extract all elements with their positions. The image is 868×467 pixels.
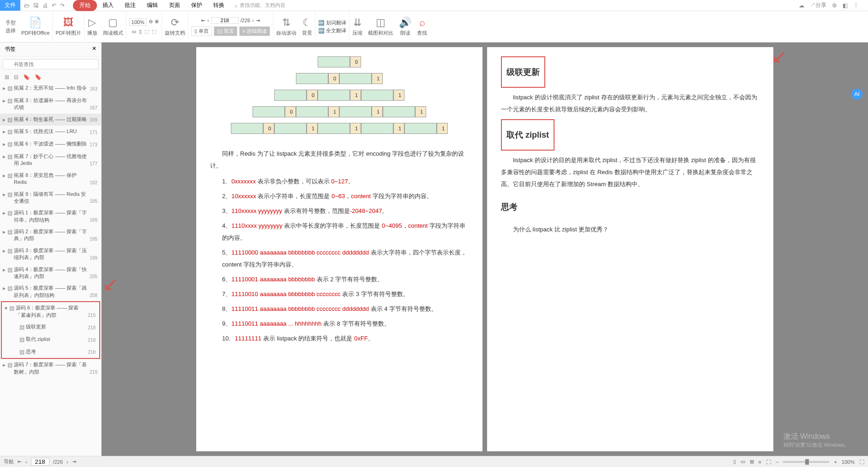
skin-icon[interactable]: ◧ bbox=[843, 2, 848, 9]
compress-group[interactable]: ⇊ 压缩 bbox=[350, 11, 365, 42]
sb-prev-icon[interactable]: ‹ bbox=[25, 459, 27, 465]
close-icon[interactable]: ✕ bbox=[92, 45, 96, 53]
document-viewport[interactable]: ↙ 001011011101111 同样，Redis 为了让 listpack … bbox=[102, 42, 868, 456]
redo-icon[interactable]: ↷ bbox=[60, 2, 65, 9]
bookmark-item[interactable]: ▤取代 ziplist218 bbox=[2, 334, 99, 346]
speaker-icon: 🔊 bbox=[399, 17, 411, 29]
find-group[interactable]: ⌕ 查找 bbox=[414, 11, 430, 42]
float-assistant-icon[interactable]: AI bbox=[851, 89, 862, 100]
read-mode-group[interactable]: ▢ 阅读模式 bbox=[100, 11, 127, 42]
sb-zoomin-icon[interactable]: + bbox=[834, 459, 837, 465]
hand-tool[interactable]: 手型 选择 bbox=[3, 11, 18, 42]
tab-start[interactable]: 开始 bbox=[73, 0, 97, 11]
cloud-icon[interactable]: ☁ bbox=[799, 2, 804, 9]
sb-first-icon[interactable]: ⇤ bbox=[18, 459, 22, 465]
screenshot-group[interactable]: ◫ 截图和对比 bbox=[365, 11, 396, 42]
sb-last-icon[interactable]: ⇥ bbox=[72, 459, 76, 465]
autoscroll-group[interactable]: ⇅ 自动滚动 bbox=[273, 11, 299, 42]
sb-view2-icon[interactable]: ▭ bbox=[741, 459, 745, 465]
tab-convert[interactable]: 转换 bbox=[208, 0, 230, 11]
bookmark-item[interactable]: ▸▤拓展 6：平波缓进 —— 懒惰删除173 bbox=[0, 138, 101, 151]
play-group[interactable]: ▷ 播放 bbox=[84, 11, 100, 42]
tab-insert[interactable]: 插入 bbox=[97, 0, 119, 11]
bookmark-item[interactable]: ▸▤源码 4：极度深寒 —— 探索「快速列表」内部205 bbox=[0, 264, 101, 283]
save-icon[interactable]: 🖫 bbox=[33, 2, 39, 9]
tab-protect[interactable]: 保护 bbox=[186, 0, 208, 11]
file-menu[interactable]: 文件 bbox=[0, 0, 20, 11]
sb-page-input[interactable] bbox=[31, 458, 49, 466]
rotate-icon: ⟳ bbox=[171, 17, 179, 29]
bookmark-item[interactable]: ▸▤源码 1：极度深寒 —— 探索「字符串」内部结构189 bbox=[0, 207, 101, 226]
marquee-zoom-icon[interactable]: ⬚ bbox=[152, 29, 157, 35]
bookmark-item[interactable]: ▸▤源码 5：极度深寒 —— 探索「跳跃列表」内部结构208 bbox=[0, 282, 101, 301]
prev-page-icon[interactable]: ‹ bbox=[207, 18, 209, 23]
undo-icon[interactable]: ↶ bbox=[52, 2, 56, 9]
search-box[interactable]: 查找功能、文档内容 bbox=[235, 2, 285, 9]
single-page-btn[interactable]: ▯ 单页 bbox=[191, 26, 212, 36]
sb-view4-icon[interactable]: ≡ bbox=[759, 459, 761, 465]
bookmark-item[interactable]: ▸▤源码 3：极度深寒 —— 探索「压缩列表」内部199 bbox=[0, 245, 101, 264]
main-area: 书签 ✕ ⊞ ⊟ 🔖 🔖 ▸▤拓展 2：无所不知 —— Info 指令163▸▤… bbox=[0, 42, 868, 456]
read-aloud-group[interactable]: 🔊 朗读 bbox=[396, 11, 414, 42]
bookmark-item[interactable]: ▸▤拓展 4：朝生暮死 —— 过期策略169 bbox=[0, 114, 101, 126]
bookmark-item[interactable]: ▸▤拓展 5：优胜劣汰 —— LRU171 bbox=[0, 126, 101, 138]
expand-all-icon[interactable]: ⊞ bbox=[5, 74, 9, 80]
bookmark-search-input[interactable] bbox=[3, 59, 98, 69]
sb-zoomout-icon[interactable]: − bbox=[776, 459, 778, 465]
bookmark-list[interactable]: ▸▤拓展 2：无所不知 —— Info 指令163▸▤拓展 3：拾遗漏补 —— … bbox=[0, 82, 101, 456]
pdf-to-image[interactable]: 🖼 PDF转图片 bbox=[53, 11, 84, 42]
bookmark-options-icon[interactable]: 🔖 bbox=[35, 74, 42, 80]
annotation-arrow-right: ↙ bbox=[772, 42, 787, 75]
first-page-icon[interactable]: ⇤ bbox=[201, 18, 205, 24]
actual-size-icon[interactable]: ⬚ bbox=[145, 29, 149, 35]
last-page-icon[interactable]: ⇥ bbox=[256, 18, 260, 24]
collapse-all-icon[interactable]: ⊟ bbox=[14, 74, 18, 80]
sb-view3-icon[interactable]: ⊞ bbox=[750, 459, 754, 465]
background-group[interactable]: ☾ 背景 bbox=[299, 11, 315, 42]
open-icon[interactable]: 🗁 bbox=[24, 2, 30, 9]
zoom-in-icon[interactable]: ⊕ bbox=[155, 18, 159, 26]
tab-edit[interactable]: 编辑 bbox=[141, 0, 163, 11]
tab-annotate[interactable]: 批注 bbox=[119, 0, 141, 11]
tab-page[interactable]: 页面 bbox=[163, 0, 186, 11]
sb-fullscreen-icon[interactable]: ⛶ bbox=[859, 459, 864, 465]
bookmark-item[interactable]: ▸▤源码 2：极度深寒 —— 探索「字典」内部195 bbox=[0, 226, 101, 245]
bookmark-item[interactable]: ▸▤拓展 2：无所不知 —— Info 指令163 bbox=[0, 82, 101, 95]
sb-next-icon[interactable]: › bbox=[66, 459, 68, 465]
zoom-out-icon[interactable]: ⊖ bbox=[149, 18, 153, 26]
fit-width-icon[interactable]: ▭ bbox=[132, 29, 136, 35]
bookmark-item[interactable]: ▤思考218 bbox=[2, 346, 99, 358]
zoom-combo[interactable]: 100% bbox=[129, 18, 147, 26]
page-left: 001011011101111 同样，Redis 为了让 listpack 元素… bbox=[196, 47, 482, 451]
bookmark-item[interactable]: ▸▤拓展 3：拾遗漏补 —— 再谈分布式锁167 bbox=[0, 95, 101, 114]
sb-page-total: /226 bbox=[53, 459, 63, 465]
sb-fit-icon[interactable]: ⛶ bbox=[766, 459, 771, 465]
fit-page-icon[interactable]: ▯ bbox=[139, 29, 142, 35]
bookmark-item[interactable]: ▸▤拓展 9：隔墙有耳 —— Redis 安全通信185 bbox=[0, 188, 101, 207]
zoom-group: 100% ⊖ ⊕ ▭ ▯ ⬚ ⬚ bbox=[127, 11, 162, 42]
more-icon[interactable]: ⋮ bbox=[853, 2, 859, 9]
rotate-group[interactable]: ⟳ 旋转文档 bbox=[162, 11, 188, 42]
page-input[interactable] bbox=[211, 17, 239, 24]
next-page-icon[interactable]: › bbox=[252, 18, 254, 23]
diagram: 001011011101111 bbox=[210, 56, 469, 134]
new-bookmark-icon[interactable]: 🔖 bbox=[23, 74, 30, 80]
bookmark-item[interactable]: ▤级联更新218 bbox=[2, 321, 99, 334]
paragraph: listpack 的设计彻底消灭了 ziplist 存在的级联更新行为，元素与元… bbox=[501, 91, 760, 115]
full-translate-btn[interactable]: 🔤 全文翻译 bbox=[318, 27, 346, 34]
continuous-btn[interactable]: ≡ 连续阅读 bbox=[239, 26, 270, 36]
paragraph: listpack 的设计的目的是用来取代 ziplist，不过当下还没有做好替换… bbox=[501, 154, 760, 190]
sb-view1-icon[interactable]: ▯ bbox=[733, 459, 736, 465]
bookmark-item[interactable]: ▾▤源码 6：极度深寒 —— 探索「紧凑列表」内部215 bbox=[2, 302, 99, 321]
double-page-btn[interactable]: ▯▯ 双页 bbox=[214, 26, 237, 36]
print-icon[interactable]: 🖨 bbox=[42, 2, 48, 9]
pdf-to-office[interactable]: 📄 PDF转Office bbox=[18, 11, 53, 42]
bookmark-item[interactable]: ▸▤源码 7：极度深寒 —— 探索「基数树」内部219 bbox=[0, 359, 101, 378]
bookmark-item[interactable]: ▸▤拓展 7：妙手仁心 —— 优雅地使用 Jedis177 bbox=[0, 151, 101, 170]
gear-icon[interactable]: ⚙ bbox=[832, 2, 837, 9]
zoom-slider[interactable] bbox=[783, 461, 829, 463]
word-translate-btn[interactable]: 🔤 划词翻译 bbox=[318, 19, 346, 26]
share-button[interactable]: ↗分享 bbox=[810, 1, 826, 9]
bookmark-item[interactable]: ▸▤拓展 8：居安思危 —— 保护 Redis182 bbox=[0, 170, 101, 188]
paragraph: 同样，Redis 为了让 listpack 元素支持很多类型，它对 encodi… bbox=[210, 148, 469, 172]
